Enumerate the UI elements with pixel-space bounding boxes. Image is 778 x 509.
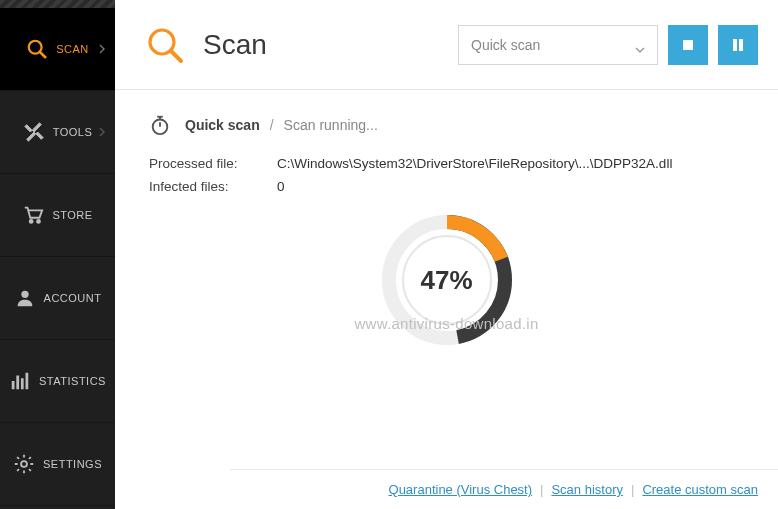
svg-rect-6 — [16, 376, 19, 390]
scan-type-select[interactable]: Quick scan — [458, 25, 658, 65]
sidebar-item-label: SCAN — [56, 43, 89, 55]
svg-line-1 — [40, 52, 46, 58]
footer: Quarantine (Virus Chest) | Scan history … — [230, 469, 778, 509]
progress-ring: 47% — [377, 210, 517, 350]
sidebar-item-label: ACCOUNT — [44, 292, 102, 304]
svg-point-15 — [153, 120, 168, 135]
svg-line-11 — [171, 51, 181, 61]
sidebar-item-tools[interactable]: TOOLS — [0, 91, 115, 174]
sidebar-top-pattern — [0, 0, 115, 8]
sidebar-item-label: TOOLS — [53, 126, 93, 138]
main-panel: Scan Quick scan — [115, 0, 778, 509]
pause-button[interactable] — [718, 25, 758, 65]
footer-divider: | — [631, 482, 634, 497]
status-mode: Quick scan — [185, 117, 260, 133]
sidebar-item-label: STATISTICS — [39, 375, 106, 387]
info-grid: Processed file: C:\Windows\System32\Driv… — [149, 156, 748, 194]
header: Scan Quick scan — [115, 0, 778, 90]
footer-divider: | — [540, 482, 543, 497]
sidebar-item-label: STORE — [52, 209, 92, 221]
processed-file-label: Processed file: — [149, 156, 277, 171]
svg-rect-8 — [26, 373, 29, 390]
svg-point-9 — [21, 461, 27, 467]
infected-files-value: 0 — [277, 179, 285, 194]
sidebar-item-store[interactable]: STORE — [0, 174, 115, 257]
scan-type-selected: Quick scan — [471, 37, 540, 53]
stop-button[interactable] — [668, 25, 708, 65]
svg-point-4 — [21, 291, 28, 298]
infected-files-label: Infected files: — [149, 179, 277, 194]
svg-rect-5 — [12, 381, 15, 389]
cart-icon — [22, 204, 44, 226]
content: Quick scan / Scan running... Processed f… — [115, 90, 778, 469]
scan-history-link[interactable]: Scan history — [551, 482, 623, 497]
svg-rect-14 — [739, 39, 743, 51]
progress-percent: 47% — [420, 265, 472, 296]
svg-rect-7 — [21, 378, 24, 389]
user-icon — [14, 287, 36, 309]
svg-rect-12 — [683, 40, 693, 50]
gear-icon — [13, 453, 35, 475]
svg-point-2 — [30, 220, 33, 223]
sidebar-item-statistics[interactable]: STATISTICS — [0, 340, 115, 423]
chevron-down-icon — [635, 40, 645, 50]
sidebar-item-account[interactable]: ACCOUNT — [0, 257, 115, 340]
chevron-right-icon — [99, 44, 105, 54]
quarantine-link[interactable]: Quarantine (Virus Chest) — [389, 482, 533, 497]
create-custom-scan-link[interactable]: Create custom scan — [642, 482, 758, 497]
status-separator: / — [270, 117, 274, 133]
status-state: Scan running... — [284, 117, 378, 133]
sidebar: SCAN TOOLS STORE — [0, 0, 115, 509]
chevron-right-icon — [99, 127, 105, 137]
page-title: Scan — [203, 29, 267, 61]
svg-point-3 — [37, 220, 40, 223]
sidebar-item-label: SETTINGS — [43, 458, 102, 470]
search-icon — [145, 25, 185, 65]
status-row: Quick scan / Scan running... — [149, 114, 748, 136]
sidebar-item-settings[interactable]: SETTINGS — [0, 423, 115, 506]
tools-icon — [23, 121, 45, 143]
search-icon — [26, 38, 48, 60]
stopwatch-icon — [149, 114, 171, 136]
sidebar-item-scan[interactable]: SCAN — [0, 8, 115, 91]
processed-file-value: C:\Windows\System32\DriverStore\FileRepo… — [277, 156, 672, 171]
svg-rect-13 — [733, 39, 737, 51]
bars-icon — [9, 370, 31, 392]
